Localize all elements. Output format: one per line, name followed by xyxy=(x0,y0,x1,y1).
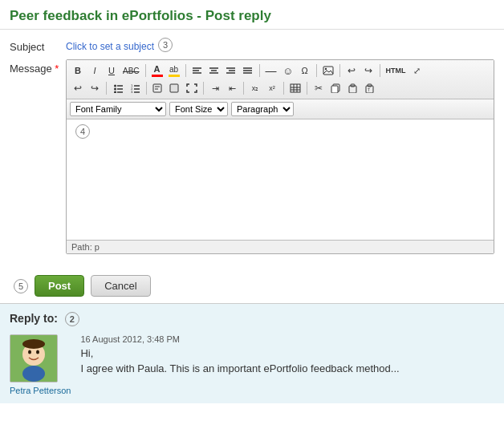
reply-step-number: 2 xyxy=(65,312,79,326)
align-justify-icon xyxy=(242,66,253,75)
buttons-step-number: 5 xyxy=(14,279,28,293)
paragraph-select[interactable]: Paragraph Heading 1 Heading 2 Heading 3 … xyxy=(231,102,294,116)
sep-1 xyxy=(145,64,146,77)
fullscreen-icon xyxy=(186,83,197,93)
toolbar-dropdowns: Font Family Arial Times New Roman Courie… xyxy=(67,99,494,119)
sep-11 xyxy=(283,82,284,95)
paste-icon xyxy=(348,83,357,93)
align-left-button[interactable] xyxy=(189,63,205,79)
align-justify-button[interactable] xyxy=(240,63,256,79)
align-left-icon xyxy=(192,66,202,75)
expand-button[interactable]: ⤢ xyxy=(409,63,425,79)
copy-button[interactable] xyxy=(327,80,343,96)
reply-section: Reply to: 2 xyxy=(0,303,504,403)
toolbar: B I U ABC A ab xyxy=(67,60,494,99)
outdent-button[interactable]: ⇤ xyxy=(224,80,240,96)
avatar-svg xyxy=(10,335,57,382)
font-size-select[interactable]: Font Size 8pt 10pt 12pt 14pt 18pt xyxy=(169,102,228,116)
reply-greeting: Hi, xyxy=(80,347,494,359)
svg-rect-26 xyxy=(153,84,161,92)
bg-color-button[interactable]: ab xyxy=(166,63,182,79)
editor-body[interactable]: 4 xyxy=(67,119,494,240)
reply-header: Reply to: 2 xyxy=(10,312,494,326)
svg-point-47 xyxy=(22,366,45,382)
font-family-select[interactable]: Font Family Arial Times New Roman Courie… xyxy=(70,102,166,116)
subject-click-link[interactable]: Click to set a subject xyxy=(66,38,154,52)
unordered-list-button[interactable] xyxy=(110,80,126,96)
ordered-list-button[interactable]: 1. 2. 3. xyxy=(127,80,143,96)
path-bar: Path: p xyxy=(67,240,494,253)
message-row: Message B I U ABC A ab xyxy=(10,59,494,254)
font-color-letter: A xyxy=(154,64,161,74)
subject-label: Subject xyxy=(10,38,66,53)
paste-text-button[interactable]: T xyxy=(361,80,377,96)
bg-color-letter: ab xyxy=(169,65,178,74)
underline-button[interactable]: U xyxy=(104,63,120,79)
redo2-button[interactable]: ↪ xyxy=(87,80,103,96)
reply-text: 16 August 2012, 3:48 PM Hi, I agree with… xyxy=(80,334,494,395)
reply-message: I agree with Paula. This is an important… xyxy=(80,362,494,374)
sep-4 xyxy=(316,64,317,77)
redo-button[interactable]: ↪ xyxy=(360,63,376,79)
sep-10 xyxy=(243,82,244,95)
sub-button[interactable]: x₂ xyxy=(247,80,263,96)
font-color-button[interactable]: A xyxy=(149,63,165,79)
strikethrough-button[interactable]: ABC xyxy=(120,63,142,79)
align-right-button[interactable] xyxy=(223,63,239,79)
sep-3 xyxy=(259,64,260,77)
page-title: Peer feedback in ePortfolios - Post repl… xyxy=(0,0,504,30)
fullscreen-button[interactable] xyxy=(184,80,200,96)
ol-icon: 1. 2. 3. xyxy=(130,83,140,93)
svg-rect-12 xyxy=(323,67,333,75)
author-name: Petra Petterson xyxy=(10,386,71,395)
sup-button[interactable]: x² xyxy=(264,80,280,96)
form-area: Subject Click to set a subject 3 Message… xyxy=(0,30,504,269)
toolbar-row-1: B I U ABC A ab xyxy=(70,63,490,79)
sep-12 xyxy=(307,82,307,95)
align-center-button[interactable] xyxy=(206,63,222,79)
sep-8 xyxy=(146,82,147,95)
sep-7 xyxy=(106,82,107,95)
sep-2 xyxy=(185,64,186,77)
cancel-button[interactable]: Cancel xyxy=(91,275,150,297)
preview-icon xyxy=(169,83,181,93)
html-button[interactable]: HTML xyxy=(384,63,408,79)
svg-rect-36 xyxy=(331,86,338,93)
sep-9 xyxy=(203,82,204,95)
undo-button[interactable]: ↩ xyxy=(343,63,360,79)
message-label: Message xyxy=(10,59,66,75)
svg-rect-29 xyxy=(170,84,178,92)
avatar-area: Petra Petterson xyxy=(10,334,71,395)
avatar xyxy=(10,334,58,382)
bold-button[interactable]: B xyxy=(70,63,86,79)
sep-5 xyxy=(339,64,340,77)
svg-point-18 xyxy=(114,91,116,94)
edit-icon xyxy=(152,83,164,93)
special-chars-button[interactable]: Ω xyxy=(297,63,313,79)
table-button[interactable] xyxy=(287,80,303,96)
toolbar-row-2: ↩ ↪ xyxy=(70,80,490,96)
indent-button[interactable]: ⇥ xyxy=(207,80,223,96)
subject-step-number: 3 xyxy=(158,38,173,52)
svg-point-46 xyxy=(22,339,45,349)
svg-point-13 xyxy=(324,68,326,70)
post-button[interactable]: Post xyxy=(35,275,84,297)
hrule-button[interactable]: — xyxy=(263,63,279,79)
paste-button[interactable] xyxy=(344,80,360,96)
emoji-button[interactable]: ☺ xyxy=(280,63,296,79)
italic-button[interactable]: I xyxy=(87,63,103,79)
sep-6 xyxy=(380,64,380,77)
cut-button[interactable]: ✂ xyxy=(311,80,327,96)
image-button[interactable] xyxy=(320,63,336,79)
table-icon xyxy=(290,83,301,93)
preview-button[interactable] xyxy=(167,80,183,96)
image-icon xyxy=(323,66,334,75)
bg-color-bar xyxy=(169,75,180,77)
copy-icon xyxy=(331,83,340,93)
paste-text-icon: T xyxy=(364,83,374,93)
svg-text:3.: 3. xyxy=(131,90,133,93)
undo2-button[interactable]: ↩ xyxy=(70,80,86,96)
svg-rect-30 xyxy=(291,84,300,92)
edit-button[interactable] xyxy=(150,80,166,96)
reply-content: Petra Petterson 16 August 2012, 3:48 PM … xyxy=(10,334,494,395)
